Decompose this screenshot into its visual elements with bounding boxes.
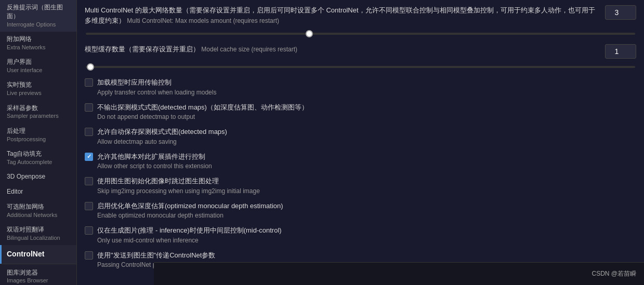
credit-text: CSDN @若苗瞬 [592, 269, 636, 278]
checkboxes-container: 加载模型时应用传输控制Apply transfer control when l… [85, 77, 636, 269]
checkbox-row-transfer-control: 加载模型时应用传输控制Apply transfer control when l… [85, 77, 636, 97]
checkbox-zh-no-detectmap: 不输出探测模式式图(detected maps)（如深度估算图、动作检测图等） [97, 102, 308, 113]
sidebar-zh-reverse-prompt: 反推提示词（图生图面） [7, 3, 71, 21]
checkbox-label-skip-img2img: 使用图生图初始化图像时跳过图生图处理Skip img2img processin… [97, 176, 260, 196]
checkbox-zh-auto-save-detectmap: 允许自动保存探测模式式图(detected maps) [97, 127, 227, 137]
sidebar-zh-tag-autocomplete: Tag自动填充 [7, 150, 71, 158]
sidebar-item-sampler-params[interactable]: 采样器参数Sampler parameters [0, 101, 76, 124]
checkbox-row-no-detectmap: 不输出探测模式式图(detected maps)（如深度估算图、动作检测图等）D… [85, 102, 636, 122]
sidebar: 反推提示词（图生图面）Interrogate Options附加网络Extra … [0, 0, 77, 285]
checkbox-transfer-control[interactable] [85, 78, 93, 87]
sidebar-en-bilingual: Bilingual Localization [7, 234, 71, 242]
sidebar-item-bilingual[interactable]: 双语对照翻译Bilingual Localization [0, 222, 76, 245]
checkbox-skip-img2img[interactable] [85, 177, 93, 185]
sidebar-zh-user-interface: 用户界面 [7, 58, 71, 66]
checkbox-en-skip-img2img: Skip img2img processing when using img2i… [97, 186, 260, 196]
sidebar-zh-additional-networks: 可选附加网络 [7, 202, 71, 211]
model-cache-label: 模型缓存数量（需要保存设置并重启） Model cache size (requ… [85, 44, 605, 55]
sidebar-item-tag-autocomplete[interactable]: Tag自动填充Tag Autocomplete [0, 146, 76, 169]
sidebar-en-postprocessing: Postprocessing [7, 135, 71, 143]
checkbox-zh-optimized-depth: 启用优化单色深度估算(optimized monocular depth est… [97, 201, 283, 211]
model-cache-setting: 模型缓存数量（需要保存设置并重启） Model cache size (requ… [85, 44, 636, 59]
checkbox-row-optimized-depth: 启用优化单色深度估算(optimized monocular depth est… [85, 201, 636, 221]
sidebar-item-images-browser[interactable]: 图库浏览器Images Browser [0, 264, 76, 285]
model-cache-en-label: Model cache size (requires restart) [201, 46, 297, 53]
sidebar-item-postprocessing[interactable]: 后处理Postprocessing [0, 124, 76, 146]
sidebar-zh-extra-networks: 附加网络 [7, 35, 71, 44]
sidebar-en-sampler-params: Sampler parameters [7, 112, 71, 120]
sidebar-zh-live-previews: 实时预览 [7, 80, 71, 89]
checkbox-en-auto-save-detectmap: Allow detectmap auto saving [97, 137, 227, 146]
sidebar-item-extra-networks[interactable]: 附加网络Extra Networks [0, 32, 76, 55]
bottom-bar: CSDN @若苗瞬 [154, 262, 644, 285]
sidebar-item-reverse-prompt[interactable]: 反推提示词（图生图面）Interrogate Options [0, 0, 76, 32]
checkbox-zh-skip-img2img: 使用图生图初始化图像时跳过图生图处理 [97, 176, 260, 186]
checkbox-row-skip-img2img: 使用图生图初始化图像时跳过图生图处理Skip img2img processin… [85, 176, 636, 196]
checkbox-en-transfer-control: Apply transfer control when loading mode… [97, 88, 216, 97]
checkbox-en-no-detectmap: Do not append detectmap to output [97, 112, 308, 121]
checkbox-allow-other-script[interactable] [85, 153, 93, 161]
model-cache-zh-label: 模型缓存数量（需要保存设置并重启） [85, 45, 200, 53]
max-models-label: Multi ControlNet 的最大网络数量（需要保存设置并重启，启用后可同… [85, 5, 605, 25]
checkbox-zh-transfer-control: 加载模型时应用传输控制 [97, 77, 216, 88]
sidebar-item-editor[interactable]: Editor [0, 184, 76, 199]
checkbox-zh-send-to-img2img: 使用"发送到图生图"传递ControlNet参数 [97, 250, 250, 261]
sidebar-item-additional-networks[interactable]: 可选附加网络Additional Networks [0, 199, 76, 222]
checkbox-en-optimized-depth: Enable optimized monocular depth estimat… [97, 211, 283, 220]
max-models-slider[interactable] [85, 33, 636, 35]
max-models-input[interactable] [605, 5, 636, 20]
model-cache-input[interactable] [605, 44, 636, 59]
sidebar-zh-sampler-params: 采样器参数 [7, 104, 71, 113]
sidebar-zh-images-browser: 图库浏览器 [7, 268, 71, 277]
checkbox-mid-control[interactable] [85, 226, 93, 235]
slider-track-1 [86, 33, 635, 35]
sidebar-zh-bilingual: 双语对照翻译 [7, 225, 71, 234]
checkbox-label-allow-other-script: 允许其他脚本对此扩展插件进行控制Allow other script to co… [97, 152, 212, 171]
slider-thumb-2[interactable] [87, 63, 94, 71]
sidebar-item-controlnet[interactable]: ControlNet [0, 245, 76, 264]
sidebar-en-extra-networks: Extra Networks [7, 44, 71, 51]
model-cache-slider[interactable] [85, 66, 636, 68]
checkbox-row-auto-save-detectmap: 允许自动保存探测模式式图(detected maps)Allow detectm… [85, 127, 636, 146]
checkbox-label-no-detectmap: 不输出探测模式式图(detected maps)（如深度估算图、动作检测图等）D… [97, 102, 308, 122]
slider-track-2 [86, 66, 635, 68]
sidebar-zh-postprocessing: 后处理 [7, 127, 71, 135]
checkbox-en-mid-control: Only use mid-control when inference [97, 236, 282, 245]
sidebar-en-additional-networks: Additional Networks [7, 211, 71, 219]
checkbox-no-detectmap[interactable] [85, 103, 93, 112]
sidebar-en-images-browser: Images Browser [7, 277, 71, 284]
checkbox-label-transfer-control: 加载模型时应用传输控制Apply transfer control when l… [97, 77, 216, 97]
max-models-setting: Multi ControlNet 的最大网络数量（需要保存设置并重启，启用后可同… [85, 5, 636, 25]
sidebar-en-tag-autocomplete: Tag Autocomplete [7, 158, 71, 166]
checkbox-label-optimized-depth: 启用优化单色深度估算(optimized monocular depth est… [97, 201, 283, 221]
checkbox-label-mid-control: 仅在生成图片(推理 - inference)时使用中间层控制(mid-contr… [97, 225, 282, 245]
sidebar-en-user-interface: User interface [7, 66, 71, 74]
sidebar-zh-3d-openpose: 3D Openpose [7, 172, 71, 181]
checkbox-row-mid-control: 仅在生成图片(推理 - inference)时使用中间层控制(mid-contr… [85, 225, 636, 245]
checkbox-en-allow-other-script: Allow other script to control this exten… [97, 161, 212, 171]
checkbox-row-allow-other-script: 允许其他脚本对此扩展插件进行控制Allow other script to co… [85, 152, 636, 171]
checkbox-auto-save-detectmap[interactable] [85, 128, 93, 136]
sidebar-item-live-previews[interactable]: 实时预览Live previews [0, 77, 76, 100]
sidebar-zh-editor: Editor [7, 187, 71, 196]
sidebar-item-3d-openpose[interactable]: 3D Openpose [0, 169, 76, 184]
sidebar-item-user-interface[interactable]: 用户界面User interface [0, 55, 76, 77]
sidebar-item-controlnet-label: ControlNet [7, 250, 44, 258]
checkbox-label-auto-save-detectmap: 允许自动保存探测模式式图(detected maps)Allow detectm… [97, 127, 227, 146]
slider-thumb-1[interactable] [306, 30, 313, 37]
checkbox-zh-mid-control: 仅在生成图片(推理 - inference)时使用中间层控制(mid-contr… [97, 225, 282, 236]
checkbox-zh-allow-other-script: 允许其他脚本对此扩展插件进行控制 [97, 152, 212, 162]
sidebar-en-live-previews: Live previews [7, 89, 71, 97]
checkbox-send-to-img2img[interactable] [85, 251, 93, 260]
checkbox-optimized-depth[interactable] [85, 202, 93, 210]
sidebar-en-reverse-prompt: Interrogate Options [7, 21, 71, 29]
main-content: Multi ControlNet 的最大网络数量（需要保存设置并重启，启用后可同… [77, 0, 644, 285]
max-models-en-label: Multi ControlNet: Max models amount (req… [127, 17, 279, 24]
